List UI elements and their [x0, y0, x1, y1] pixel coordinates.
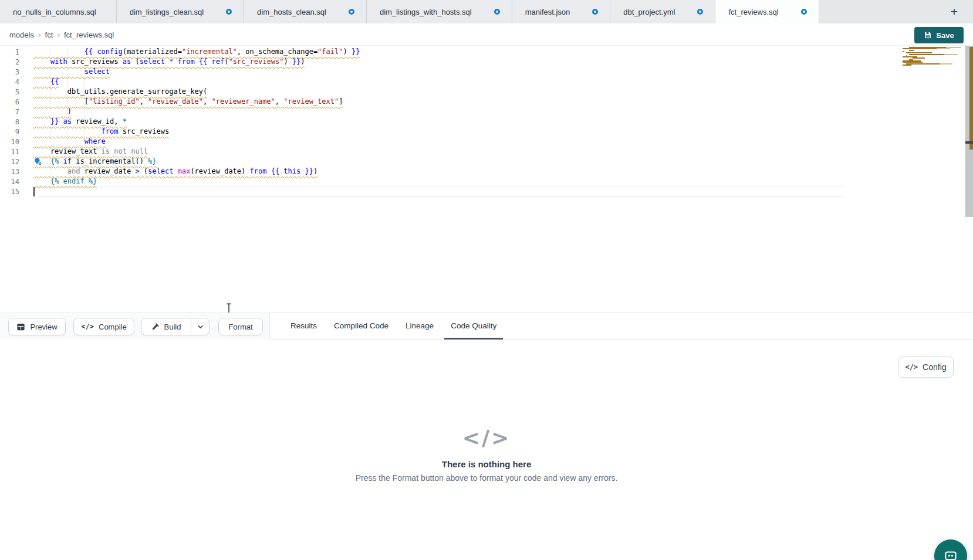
editor-scrollbar[interactable]: [965, 46, 973, 313]
code-line-13: 13 and review_date > (select max(review_…: [0, 167, 360, 177]
line-number: 2: [0, 58, 19, 66]
unsaved-changes-dot-icon: [801, 9, 807, 15]
file-tab-fct_reviews.sql[interactable]: fct_reviews.sql: [715, 0, 819, 23]
breadcrumb: models›fct›fct_reviews.sql: [9, 23, 114, 46]
code-line-14: 14 {% endif %}: [0, 177, 360, 186]
file-tab-manifest.json[interactable]: manifest.json: [512, 0, 611, 23]
save-label: Save: [936, 31, 954, 40]
line-number: 13: [0, 168, 19, 176]
build-dropdown-button[interactable]: [191, 318, 209, 335]
hammer-icon: [151, 323, 160, 331]
code-brackets-icon: </>: [905, 363, 918, 371]
config-label: Config: [923, 362, 946, 372]
chevron-down-icon: [197, 323, 204, 331]
breadcrumb-item-models[interactable]: models: [9, 30, 34, 39]
panel-tab-lineage[interactable]: Lineage: [399, 313, 440, 340]
compile-label: Compile: [99, 323, 127, 331]
file-tab-label: no_nulls_in_columns.sql: [13, 8, 96, 16]
file-tab-dim_hosts_clean.sql[interactable]: dim_hosts_clean.sql: [244, 0, 367, 23]
format-button[interactable]: Format: [218, 318, 263, 335]
breadcrumb-row: models›fct›fct_reviews.sql: [0, 23, 973, 46]
code-text: with src_reviews as (select * from {{ re…: [33, 57, 305, 67]
file-tab-label: manifest.json: [525, 8, 570, 16]
unsaved-changes-dot-icon: [494, 9, 500, 15]
code-brackets-icon: </>: [81, 323, 94, 331]
panel-tabs: ResultsCompiled CodeLineageCode Quality: [284, 313, 503, 340]
file-tab-dim_listings_with_hosts.sql[interactable]: dim_listings_with_hosts.sql: [367, 0, 512, 23]
line-number: 11: [0, 148, 19, 156]
line-number: 12: [0, 158, 19, 166]
save-icon: [924, 31, 932, 39]
new-tab-button[interactable]: +: [946, 5, 962, 19]
overview-ruler-cursor-mark: [965, 141, 973, 144]
lightbulb-icon[interactable]: [33, 157, 42, 166]
code-text: {% if is_incremental() %}: [33, 157, 157, 167]
panel-tab-compiled-code[interactable]: Compiled Code: [327, 313, 395, 340]
code-brackets-icon: </>: [0, 426, 973, 450]
unsaved-changes-dot-icon: [349, 9, 354, 15]
panel-toolbar: Preview </> Compile Build: [0, 313, 973, 340]
breadcrumb-separator-icon: ›: [34, 30, 45, 39]
code-editor[interactable]: 1 {{ config(materialized="incremental", …: [0, 46, 973, 313]
line-number: 7: [0, 108, 19, 116]
file-tab-label: dim_hosts_clean.sql: [257, 8, 326, 16]
code-line-12: 12 {% if is_incremental() %}: [0, 157, 360, 167]
code-text: ["listing_id", "review_date", "reviewer_…: [33, 97, 343, 107]
empty-state-title: There is nothing here: [0, 459, 973, 469]
preview-grid-icon: [16, 323, 25, 331]
chat-bot-icon: [942, 548, 959, 560]
code-text: {% endif %}: [33, 177, 97, 186]
line-number: 15: [0, 188, 19, 196]
line-number: 10: [0, 138, 19, 146]
compile-button[interactable]: </> Compile: [73, 318, 134, 335]
unsaved-changes-dot-icon: [592, 9, 598, 15]
file-tab-label: dim_listings_clean.sql: [130, 8, 204, 16]
dbt-ide-app: no_nulls_in_columns.sqldim_listings_clea…: [0, 0, 973, 560]
code-text: and review_date > (select max(review_dat…: [33, 167, 317, 177]
line-number: 4: [0, 78, 19, 86]
code-text: select: [33, 67, 110, 77]
file-tab-label: dbt_project.yml: [623, 8, 675, 16]
file-tab-no_nulls_in_columns.sql[interactable]: no_nulls_in_columns.sql: [0, 0, 117, 23]
preview-label: Preview: [30, 323, 57, 331]
build-split-button: Build: [141, 318, 210, 335]
code-text: {{: [33, 77, 59, 87]
code-line-11: 11 review_text is not null: [0, 147, 360, 157]
panel-tab-code-quality[interactable]: Code Quality: [444, 313, 503, 340]
line-number: 6: [0, 98, 19, 106]
breadcrumb-item-fct_reviews.sql[interactable]: fct_reviews.sql: [64, 30, 114, 39]
breadcrumb-separator-icon: ›: [53, 30, 64, 39]
code-line-5: 5 dbt_utils.generate_surrogate_key(: [0, 87, 360, 97]
code-line-15: 15: [0, 186, 360, 196]
breadcrumb-item-fct[interactable]: fct: [45, 30, 53, 39]
overview-ruler-warning-marks: [969, 47, 973, 150]
file-tab-bar: no_nulls_in_columns.sqldim_listings_clea…: [0, 0, 973, 23]
code-text: where: [33, 137, 106, 147]
build-label: Build: [164, 323, 181, 331]
code-text: dbt_utils.generate_surrogate_key(: [33, 87, 207, 97]
config-button[interactable]: </> Config: [898, 357, 954, 378]
line-number: 3: [0, 68, 19, 76]
line-number: 14: [0, 178, 19, 186]
format-label: Format: [228, 323, 252, 331]
unsaved-changes-dot-icon: [697, 9, 703, 15]
line-number: 8: [0, 118, 19, 126]
code-line-9: 9 from src_reviews: [0, 127, 360, 137]
save-button[interactable]: Save: [914, 27, 964, 43]
code-text: from src_reviews: [33, 127, 169, 137]
build-button[interactable]: Build: [141, 318, 191, 335]
code-lines: 1 {{ config(materialized="incremental", …: [0, 47, 360, 196]
file-tab-dbt_project.yml[interactable]: dbt_project.yml: [610, 0, 715, 23]
line-number: 5: [0, 88, 19, 96]
file-tab-dim_listings_clean.sql[interactable]: dim_listings_clean.sql: [117, 0, 244, 23]
line-number: 1: [0, 48, 19, 56]
minimap[interactable]: [900, 47, 964, 70]
code-text: review_text is not null: [33, 147, 148, 157]
panel-tab-results[interactable]: Results: [284, 313, 323, 340]
file-tab-label: fct_reviews.sql: [728, 8, 778, 16]
code-line-8: 8 }} as review_id, *: [0, 117, 360, 127]
code-line-10: 10 where: [0, 137, 360, 147]
code-line-3: 3 select: [0, 67, 360, 77]
code-text: {{ config(materialized="incremental", on…: [33, 47, 360, 57]
preview-button[interactable]: Preview: [8, 318, 66, 335]
